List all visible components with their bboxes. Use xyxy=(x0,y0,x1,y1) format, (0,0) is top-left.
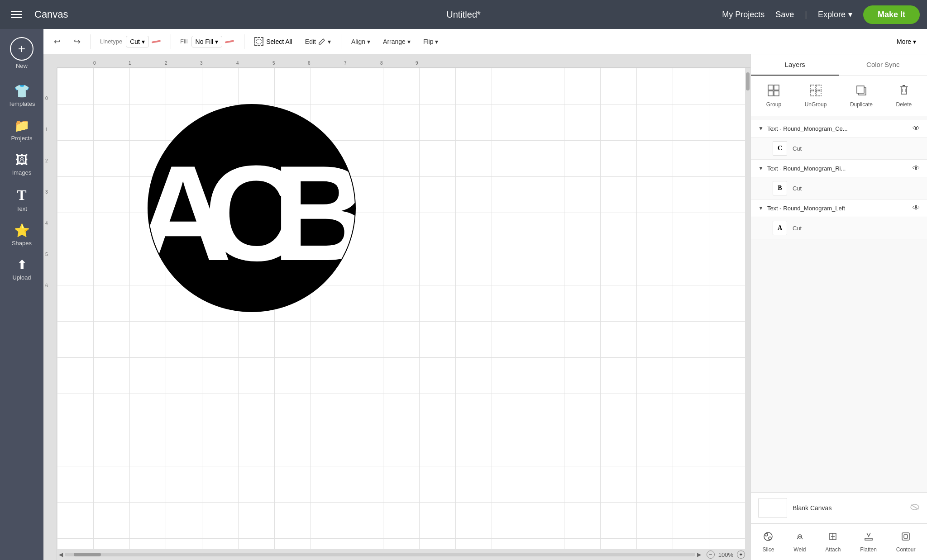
blank-canvas-eye-icon[interactable] xyxy=(910,503,920,513)
ungroup-icon xyxy=(809,84,822,100)
attach-action[interactable]: Attach xyxy=(822,528,844,555)
zoom-out-button[interactable]: − xyxy=(707,551,715,559)
toolbar: ↩ ↪ Linetype Cut ▾ Fill No Fill ▾ xyxy=(43,29,927,54)
v-scrollbar-thumb[interactable] xyxy=(746,72,750,90)
canvas-grid: A C B xyxy=(57,68,750,549)
layer-chevron-2[interactable]: ▼ xyxy=(758,165,764,171)
zoom-in-button[interactable]: + xyxy=(737,551,745,559)
fill-color-swatch[interactable] xyxy=(224,36,235,47)
panel-bottom-actions: Slice Weld Attach xyxy=(751,523,927,560)
svg-text:B: B xyxy=(272,137,365,289)
explore-chevron-icon: ▾ xyxy=(848,9,852,19)
weld-action[interactable]: Weld xyxy=(790,528,809,555)
right-panel: Layers Color Sync Group xyxy=(750,54,927,560)
sidebar-item-templates[interactable]: 👕 Templates xyxy=(2,79,42,112)
svg-rect-34 xyxy=(865,538,872,540)
edit-icon xyxy=(318,38,326,46)
linetype-group: Linetype Cut ▾ xyxy=(96,36,165,47)
svg-point-30 xyxy=(765,533,768,536)
layer-thumb-2: B xyxy=(773,181,787,195)
layer-thumb-3: A xyxy=(773,221,787,235)
svg-rect-12 xyxy=(768,85,773,90)
contour-action[interactable]: Contour xyxy=(893,528,919,555)
svg-rect-14 xyxy=(768,91,773,96)
scroll-right-arrow[interactable]: ▶ xyxy=(697,551,701,558)
layer-eye-1[interactable]: 👁 xyxy=(913,124,920,133)
svg-rect-0 xyxy=(257,39,261,44)
linetype-color-swatch[interactable] xyxy=(151,36,162,47)
flip-button[interactable]: Flip ▾ xyxy=(419,35,443,48)
explore-button[interactable]: Explore ▾ xyxy=(818,9,852,19)
delete-action[interactable]: Delete xyxy=(891,81,917,110)
layer-chevron-3[interactable]: ▼ xyxy=(758,205,764,211)
layer-eye-3[interactable]: 👁 xyxy=(913,204,920,212)
svg-rect-19 xyxy=(816,91,821,96)
duplicate-action[interactable]: Duplicate xyxy=(845,81,878,110)
scroll-left-arrow[interactable]: ◀ xyxy=(59,551,63,558)
redo-button[interactable]: ↪ xyxy=(69,33,85,50)
canvas-vertical-scrollbar[interactable] xyxy=(745,68,750,549)
edit-button[interactable]: Edit ▾ xyxy=(301,35,335,48)
panel-actions: Group UnGroup Duplicate xyxy=(751,76,927,116)
svg-rect-15 xyxy=(774,91,779,96)
sidebar-item-images[interactable]: 🖼 Images xyxy=(2,148,42,180)
document-title[interactable]: Untitled* xyxy=(446,9,481,20)
zoom-value: 100% xyxy=(718,551,733,558)
svg-point-31 xyxy=(769,537,771,540)
hamburger-menu[interactable] xyxy=(7,7,25,22)
slice-icon xyxy=(763,531,774,545)
layer-child-3: A Cut xyxy=(751,217,927,239)
layers-list: ▼ Text - Round_Monogram_Ce... 👁 C Cut ▼ xyxy=(751,116,927,492)
undo-button[interactable]: ↩ xyxy=(49,33,65,50)
monogram-design[interactable]: A C B xyxy=(139,95,387,344)
make-it-button[interactable]: Make It xyxy=(863,5,920,24)
more-button[interactable]: More ▾ xyxy=(891,35,922,48)
align-chevron-icon: ▾ xyxy=(367,38,370,45)
layer-header-3[interactable]: ▼ Text - Round_Monogram_Left 👁 xyxy=(751,199,927,217)
select-all-icon xyxy=(254,37,263,46)
svg-rect-35 xyxy=(902,533,909,540)
panel-tabs: Layers Color Sync xyxy=(751,54,927,76)
fill-chevron-icon: ▾ xyxy=(215,38,218,45)
layer-thumb-1: C xyxy=(773,141,787,156)
sidebar-item-upload[interactable]: ⬆ Upload xyxy=(2,253,42,285)
svg-rect-22 xyxy=(901,87,907,94)
linetype-select[interactable]: Cut ▾ xyxy=(126,36,149,47)
sidebar-item-text[interactable]: T Text xyxy=(2,182,42,217)
ruler-top: 0 1 2 3 4 5 6 7 8 9 xyxy=(57,54,750,68)
arrange-button[interactable]: Arrange ▾ xyxy=(378,35,415,48)
align-button[interactable]: Align ▾ xyxy=(347,35,375,48)
tab-color-sync[interactable]: Color Sync xyxy=(839,54,927,76)
layer-header-1[interactable]: ▼ Text - Round_Monogram_Ce... 👁 xyxy=(751,120,927,138)
sidebar-item-new[interactable]: + New xyxy=(2,33,42,74)
canvas-content[interactable]: A C B xyxy=(57,68,750,549)
flatten-icon xyxy=(863,531,874,545)
blank-canvas-thumbnail xyxy=(758,498,787,518)
fill-group: Fill No Fill ▾ xyxy=(177,36,239,47)
projects-icon: 📁 xyxy=(14,118,30,133)
layer-child-1: C Cut xyxy=(751,138,927,159)
layer-group-3: ▼ Text - Round_Monogram_Left 👁 A Cut xyxy=(751,199,927,239)
linetype-chevron-icon: ▾ xyxy=(142,38,145,45)
layer-header-2[interactable]: ▼ Text - Round_Monogram_Ri... 👁 xyxy=(751,160,927,177)
layer-chevron-1[interactable]: ▼ xyxy=(758,125,764,132)
slice-action[interactable]: Slice xyxy=(759,528,778,555)
ungroup-action[interactable]: UnGroup xyxy=(799,81,832,110)
canvas-horizontal-scrollbar[interactable]: ◀ ▶ − 100% + xyxy=(57,549,750,560)
group-action[interactable]: Group xyxy=(761,81,787,110)
layer-eye-2[interactable]: 👁 xyxy=(913,164,920,172)
select-all-button[interactable]: Select All xyxy=(250,34,297,49)
zoom-controls: − 100% + xyxy=(703,551,749,559)
save-link[interactable]: Save xyxy=(775,10,794,19)
canvas-area[interactable]: 0 1 2 3 4 5 6 7 8 9 0 1 2 3 4 xyxy=(43,54,750,560)
tab-layers[interactable]: Layers xyxy=(751,54,839,76)
scrollbar-thumb[interactable] xyxy=(74,553,101,556)
fill-select[interactable]: No Fill ▾ xyxy=(191,36,223,47)
sidebar-item-shapes[interactable]: ⭐ Shapes xyxy=(2,218,42,251)
svg-rect-16 xyxy=(810,85,815,90)
my-projects-link[interactable]: My Projects xyxy=(722,10,765,19)
svg-line-28 xyxy=(911,505,918,509)
flatten-action[interactable]: Flatten xyxy=(856,528,880,555)
sidebar-item-projects[interactable]: 📁 Projects xyxy=(2,114,42,146)
scrollbar-track[interactable] xyxy=(65,553,695,556)
